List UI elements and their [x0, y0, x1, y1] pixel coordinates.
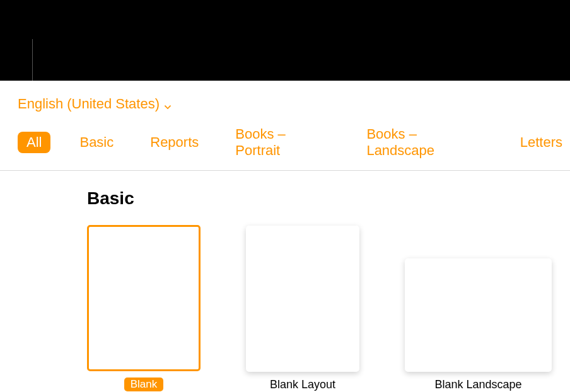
template-label-blank-layout: Blank Layout: [270, 378, 335, 391]
language-selector[interactable]: English (United States): [18, 96, 172, 112]
tab-books-landscape[interactable]: Books – Landscape: [359, 124, 491, 161]
callout-line: [32, 39, 33, 81]
tab-letters[interactable]: Letters: [513, 132, 570, 153]
template-item-blank-layout[interactable]: Blank Layout: [246, 226, 359, 391]
chevron-down-icon: [163, 100, 172, 108]
tab-reports[interactable]: Reports: [142, 132, 206, 153]
template-thumbnail-blank: [87, 225, 201, 371]
template-thumbnail-blank-layout: [246, 226, 359, 372]
tab-basic[interactable]: Basic: [72, 132, 121, 153]
language-row: English (United States): [0, 81, 570, 120]
annotation-header: [0, 0, 570, 81]
templates-row: Blank Blank Layout Blank Landscape: [87, 225, 570, 391]
template-label-blank-landscape: Blank Landscape: [434, 378, 521, 391]
language-label: English (United States): [18, 96, 160, 112]
template-label-blank: Blank: [124, 378, 164, 391]
template-chooser-panel: English (United States) All Basic Report…: [0, 81, 570, 392]
template-item-blank-landscape[interactable]: Blank Landscape: [405, 226, 552, 391]
tab-books-portrait[interactable]: Books – Portrait: [228, 124, 337, 161]
template-item-blank[interactable]: Blank: [87, 225, 201, 391]
template-thumbnail-blank-landscape: [405, 258, 552, 372]
section-title: Basic: [87, 188, 570, 209]
content-area: Basic Blank Blank Layout Blank Landscape: [0, 171, 570, 391]
category-tabs: All Basic Reports Books – Portrait Books…: [0, 120, 570, 171]
tab-all[interactable]: All: [18, 132, 50, 153]
